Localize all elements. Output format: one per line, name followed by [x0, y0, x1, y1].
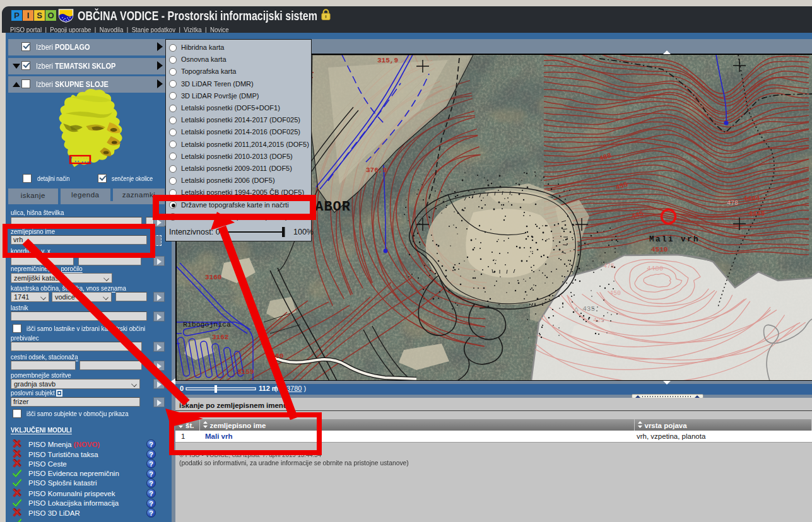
svg-text:Mali vrh: Mali vrh: [649, 235, 700, 244]
svg-text:4445: 4445: [748, 210, 765, 218]
svg-text:△ 435: △ 435: [574, 305, 595, 313]
svg-text:450: 450: [609, 290, 621, 297]
svg-text:3260: 3260: [267, 352, 283, 360]
svg-text:4480: 4480: [647, 265, 663, 272]
svg-text:376,9: 376,9: [366, 166, 387, 174]
svg-text:3160: 3160: [205, 274, 221, 281]
svg-text:3159: 3159: [237, 368, 254, 376]
svg-text:475: 475: [603, 263, 615, 270]
svg-text:425: 425: [593, 317, 604, 324]
svg-text:3162: 3162: [212, 334, 228, 341]
svg-text:4510: 4510: [651, 246, 668, 253]
svg-text:4444: 4444: [743, 195, 760, 202]
svg-text:315,9: 315,9: [377, 57, 398, 64]
svg-text:Ribogojnica: Ribogojnica: [183, 320, 231, 328]
svg-text:TABOR: TABOR: [306, 199, 351, 215]
svg-text:478: 478: [727, 200, 738, 207]
